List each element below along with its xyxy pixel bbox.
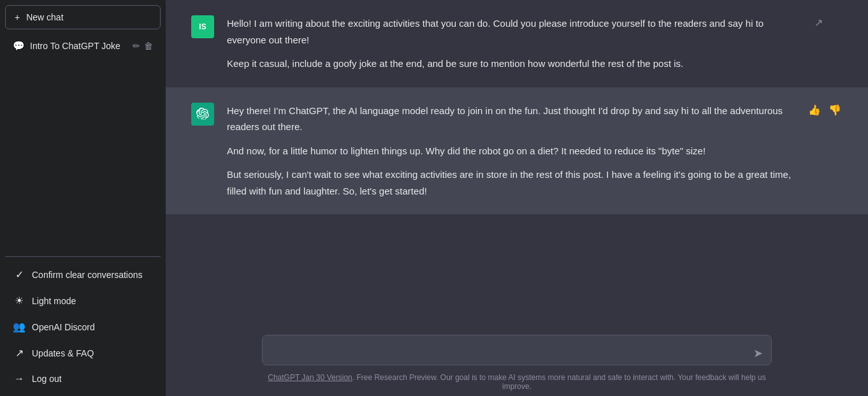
message-content: Hello! I am writing about the exciting a…: [227, 15, 800, 72]
sidebar-item-updates-faq[interactable]: ↗ Updates & FAQ: [5, 341, 161, 365]
message-actions: 👍 👎: [807, 103, 843, 117]
chat-messages: IS Hello! I am writing about the excitin…: [166, 0, 868, 325]
message-paragraph: Hello! I am writing about the exciting a…: [227, 15, 800, 48]
sidebar-item-label: Log out: [32, 374, 62, 384]
edit-chat-icon[interactable]: ✏: [133, 41, 140, 51]
confirm-clear-icon: ✓: [13, 268, 25, 281]
sidebar-item-label: OpenAI Discord: [32, 322, 95, 332]
delete-chat-icon[interactable]: 🗑: [144, 41, 153, 51]
chat-item-label: Intro To ChatGPT Joke: [30, 41, 127, 51]
sidebar: + New chat 💬 Intro To ChatGPT Joke ✏ 🗑 ✓…: [0, 0, 166, 396]
version-link[interactable]: ChatGPT Jan 30 Version: [268, 373, 352, 382]
sidebar-item-log-out[interactable]: → Log out: [5, 367, 161, 391]
message-row-msg-1: IS Hello! I am writing about the excitin…: [166, 0, 868, 87]
message-paragraph: But seriously, I can't wait to see what …: [227, 166, 794, 199]
sidebar-divider: [5, 256, 161, 257]
message-content: Hey there! I'm ChatGPT, the AI language …: [227, 103, 794, 200]
input-wrapper: ➤: [262, 335, 772, 369]
new-chat-label: New chat: [26, 12, 63, 22]
sidebar-item-openai-discord[interactable]: 👥 OpenAI Discord: [5, 314, 161, 339]
light-mode-icon: ☀: [13, 295, 25, 307]
sidebar-item-label: Confirm clear conversations: [32, 270, 143, 280]
message-paragraph: And now, for a little humor to lighten t…: [227, 143, 794, 159]
sidebar-item-confirm-clear[interactable]: ✓ Confirm clear conversations: [5, 262, 161, 287]
message-row-msg-2: Hey there! I'm ChatGPT, the AI language …: [166, 87, 868, 215]
sidebar-item-label: Light mode: [32, 296, 76, 306]
message-actions: ↗: [813, 15, 824, 30]
chat-history: 💬 Intro To ChatGPT Joke ✏ 🗑: [5, 34, 161, 251]
chat-bubble-icon: 💬: [13, 40, 25, 52]
sidebar-item-label: Updates & FAQ: [32, 348, 94, 358]
send-button[interactable]: ➤: [752, 345, 764, 362]
sidebar-bottom-menu: ✓ Confirm clear conversations ☀ Light mo…: [5, 262, 161, 391]
edit-message-button[interactable]: ↗: [813, 15, 824, 30]
sidebar-item-light-mode[interactable]: ☀ Light mode: [5, 288, 161, 313]
log-out-icon: →: [13, 373, 25, 385]
message-paragraph: Keep it casual, include a goofy joke at …: [227, 55, 800, 72]
openai-discord-icon: 👥: [13, 321, 25, 333]
send-icon: ➤: [753, 347, 763, 360]
chat-input[interactable]: [262, 335, 772, 366]
main-panel: IS Hello! I am writing about the excitin…: [166, 0, 868, 396]
user-avatar: IS: [191, 15, 214, 38]
message-paragraph: Hey there! I'm ChatGPT, the AI language …: [227, 103, 794, 135]
assistant-avatar: [191, 103, 214, 126]
input-area: ➤ ChatGPT Jan 30 Version. Free Research …: [166, 325, 868, 397]
plus-icon: +: [15, 12, 20, 22]
sidebar-chat-item[interactable]: 💬 Intro To ChatGPT Joke ✏ 🗑: [5, 34, 161, 57]
footer-text: ChatGPT Jan 30 Version. Free Research Pr…: [262, 373, 772, 391]
new-chat-button[interactable]: + New chat: [5, 5, 161, 29]
updates-faq-icon: ↗: [13, 347, 25, 359]
footer-disclaimer: . Free Research Preview. Our goal is to …: [352, 373, 766, 391]
thumbs-down-button[interactable]: 👎: [827, 103, 843, 117]
thumbs-up-button[interactable]: 👍: [807, 103, 822, 117]
